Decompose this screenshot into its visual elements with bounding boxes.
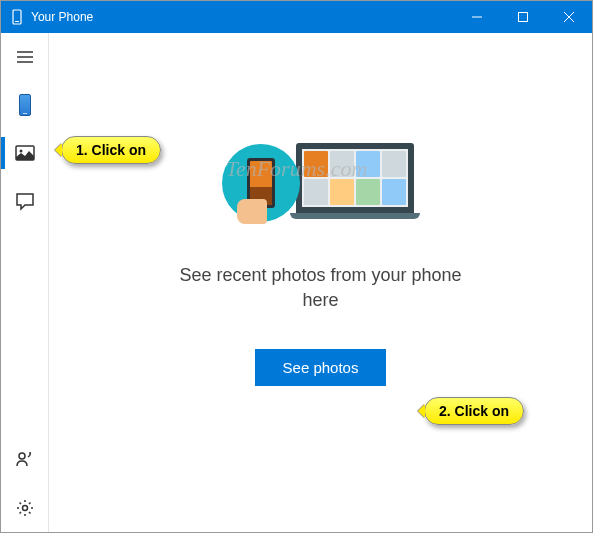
maximize-button[interactable] [500, 1, 546, 33]
svg-point-12 [23, 506, 28, 511]
minimize-button[interactable] [454, 1, 500, 33]
settings-icon [15, 498, 35, 518]
sidebar-item-photos[interactable] [1, 129, 49, 177]
svg-rect-1 [15, 21, 19, 22]
window-titlebar: Your Phone [1, 1, 592, 33]
app-icon [9, 9, 25, 25]
window-controls [454, 1, 592, 33]
sidebar-item-feedback[interactable] [1, 436, 49, 484]
sidebar-item-messages[interactable] [1, 177, 49, 225]
sidebar [1, 33, 49, 532]
annotation-callout-2: 2. Click on [424, 397, 524, 425]
phone-icon [19, 94, 31, 116]
feedback-icon [15, 450, 35, 470]
sidebar-item-phone[interactable] [1, 81, 49, 129]
sidebar-item-settings[interactable] [1, 484, 49, 532]
see-photos-button[interactable]: See photos [255, 349, 387, 386]
hero-laptop-graphic [290, 143, 420, 223]
svg-point-11 [19, 453, 25, 459]
photos-icon [15, 143, 35, 163]
close-button[interactable] [546, 1, 592, 33]
svg-rect-3 [519, 13, 528, 22]
annotation-callout-1: 1. Click on [61, 136, 161, 164]
messages-icon [15, 191, 35, 211]
svg-point-10 [20, 150, 23, 153]
hamburger-menu-button[interactable] [1, 33, 49, 81]
hero-phone-graphic [222, 144, 300, 222]
empty-state-heading: See recent photos from your phone here [171, 263, 471, 313]
window-title: Your Phone [31, 10, 93, 24]
main-content: See recent photos from your phone here S… [49, 33, 592, 532]
hero-illustration [222, 143, 420, 223]
hamburger-icon [15, 47, 35, 67]
